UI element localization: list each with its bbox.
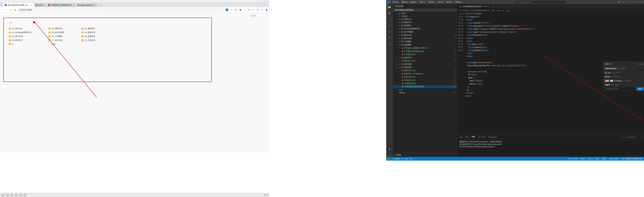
encoding[interactable]: UTF-8	[588, 158, 593, 160]
account-icon[interactable]: 👤	[388, 147, 391, 151]
back-button[interactable]: ‹	[1, 8, 4, 11]
tree-item[interactable]: ⌄▸10_绑定样式	[393, 56, 457, 59]
directory-item[interactable]: 01_初识Vue	[9, 27, 32, 30]
explorer-icon[interactable]: 📁	[388, 6, 391, 9]
directory-item[interactable]: 06_数据代理	[81, 31, 95, 34]
maximize-button[interactable]: ☐	[264, 0, 265, 2]
extension-icon[interactable]: □	[230, 8, 233, 11]
directory-item[interactable]: 08_计算属性	[48, 35, 64, 38]
breadcrumb-item[interactable]: vm	[502, 10, 504, 12]
username[interactable]: 3c-Nanaki	[614, 80, 622, 82]
browser-tab[interactable]: Error✕	[34, 3, 46, 7]
shell-icon[interactable]: ⊡	[625, 136, 626, 138]
directory-item[interactable]: 04_el与data的两种写法	[9, 31, 32, 34]
tree-item[interactable]: >▸03_数据绑定	[393, 24, 457, 27]
url-input[interactable]	[18, 8, 224, 12]
breadcrumb-item[interactable]: 12_列表渲染	[459, 9, 469, 12]
search-icon[interactable]: 🔍	[388, 12, 391, 15]
window-button[interactable]: ☐	[636, 1, 639, 3]
close-panel-icon[interactable]: ✕	[640, 136, 642, 138]
breadcrumb-item[interactable]: Vue检测数据改变的原理	[471, 9, 489, 12]
refresh-icon[interactable]: ⟳	[639, 63, 640, 65]
username[interactable]: Qz_ooo	[605, 72, 611, 74]
timeline-section[interactable]: > 时间线	[393, 153, 457, 157]
window-button[interactable]: 📷	[618, 1, 620, 3]
source-control-icon[interactable]: ⎇	[388, 18, 391, 21]
panel-tab[interactable]: 终端	[472, 136, 475, 139]
task-view-icon[interactable]	[10, 194, 13, 197]
tree-item[interactable]: >▸11_条件渲染	[393, 62, 457, 66]
tree-item[interactable]: ◆hjhjhU	[393, 91, 457, 94]
settings-icon[interactable]: ⚙	[388, 154, 391, 157]
extension-icon[interactable]: ✶	[388, 48, 391, 52]
panel-tab[interactable]: 输出	[466, 136, 469, 138]
tab-close-icon[interactable]: ✕	[44, 4, 45, 6]
search-input[interactable]	[249, 14, 266, 17]
start-button[interactable]	[1, 194, 4, 197]
window-button[interactable]: ✕	[640, 1, 643, 3]
browser-tab[interactable]: 034_尚硅谷Vue技术_Vue监测数...✕	[4, 3, 34, 7]
language-mode[interactable]: HTML	[602, 158, 606, 160]
directory-item[interactable]: 05_MVVM模型	[48, 31, 64, 34]
tab-close-icon[interactable]: ✕	[487, 6, 489, 8]
tree-item[interactable]: ◆key的原理.htmlU	[393, 82, 457, 85]
git-branch[interactable]: ⎇ master*	[392, 158, 400, 160]
panel-tab[interactable]: 调试控制台	[488, 136, 497, 138]
tree-item[interactable]: >▸.vscode	[393, 14, 457, 18]
cursor-position[interactable]: 行 24，列 32	[568, 158, 578, 160]
tree-item[interactable]: >▸01_初识Vue	[393, 18, 457, 21]
menu-item[interactable]: 运行(R)	[436, 1, 445, 4]
refresh-icon[interactable]: ↻	[248, 8, 250, 11]
breadcrumb-item[interactable]: script	[496, 10, 500, 12]
settings-icon[interactable]: ⚙	[641, 63, 642, 65]
chat-input[interactable]	[604, 87, 636, 90]
forward-button[interactable]: ›	[6, 8, 8, 11]
tree-item[interactable]: >▸05_MVVM模型	[393, 30, 457, 34]
directory-item[interactable]: hjhjh	[48, 43, 64, 45]
close-button[interactable]: ✕	[267, 0, 268, 2]
browser-tab[interactable]: listing directory /✕	[76, 3, 98, 7]
clock[interactable]: 11:57	[264, 194, 268, 196]
directory-item[interactable]: 10_绑定样式	[9, 39, 32, 42]
menu-item[interactable]: 转到(G)	[427, 1, 436, 4]
sync-icon[interactable]: ⟳	[402, 158, 403, 160]
window-button[interactable]: □	[625, 1, 628, 3]
tree-item[interactable]: ◆绑定样式.htmlU	[393, 59, 457, 62]
panel-tab[interactable]: 问题	[459, 136, 463, 138]
directory-item[interactable]: 09_监视属性	[81, 35, 95, 38]
app-icon[interactable]	[14, 194, 18, 197]
menu-item[interactable]: 终端(T)	[445, 1, 454, 4]
search-icon[interactable]	[6, 194, 9, 197]
tree-item[interactable]: >▸02_模板语法	[393, 21, 457, 24]
add-terminal-icon[interactable]: +	[619, 136, 620, 138]
tree-item[interactable]: >▸06_数据代理●	[393, 34, 457, 37]
eol[interactable]: CRLF	[595, 158, 600, 160]
browser-tab[interactable]: 内容管理-CSDN创作中心✕	[47, 3, 76, 7]
directory-item[interactable]: 11_条件渲染	[48, 39, 64, 42]
extension-icon[interactable]: ⊕	[226, 8, 228, 11]
tree-item[interactable]: >▸08_计算属性	[393, 40, 457, 43]
tree-item[interactable]: >▸04_el与data的两种写法	[393, 27, 457, 30]
editor-tab[interactable]: ◆ Vue检测数据改变的原理 U ● ✕	[457, 4, 491, 9]
directory-item[interactable]: js	[9, 43, 32, 45]
extension-icon[interactable]: ▣	[239, 8, 242, 11]
split-terminal-icon[interactable]: ◫	[622, 136, 623, 138]
directory-item[interactable]: 12_列表渲染	[81, 39, 95, 42]
directory-item[interactable]: 02_模板语法	[48, 27, 64, 30]
tree-item[interactable]: ◆天气案例_监视属性.htmlU	[393, 50, 457, 53]
tree-item[interactable]: ◆更新时的一个问题.htmlU	[393, 72, 457, 76]
live-server-port[interactable]: ⊘ Port: 5500	[609, 158, 618, 160]
menu-item[interactable]: 选择(S)	[410, 1, 418, 4]
send-button[interactable]: 发送	[636, 87, 644, 90]
window-button[interactable]: —	[633, 1, 635, 3]
breadcrumb[interactable]: 12_列表渲染 › Vue检测数据改变的原理 › html › script ›…	[457, 9, 644, 12]
tree-item[interactable]: ◆天气案例_监视属性_简写.htmlU	[393, 46, 457, 50]
menu-item[interactable]: 编辑(E)	[400, 1, 409, 4]
reload-button[interactable]: ↻	[10, 8, 12, 11]
extension-icon[interactable]: ⎘	[252, 8, 255, 11]
download-icon[interactable]: ↓	[243, 8, 246, 11]
username[interactable]: 被着摩托载着你	[605, 68, 617, 70]
username[interactable]: 泰拉君	[605, 76, 610, 78]
tree-item[interactable]: >▸.idea	[393, 12, 457, 14]
tree-item[interactable]: ◆Vue检测数据改变的原理U	[393, 85, 457, 88]
